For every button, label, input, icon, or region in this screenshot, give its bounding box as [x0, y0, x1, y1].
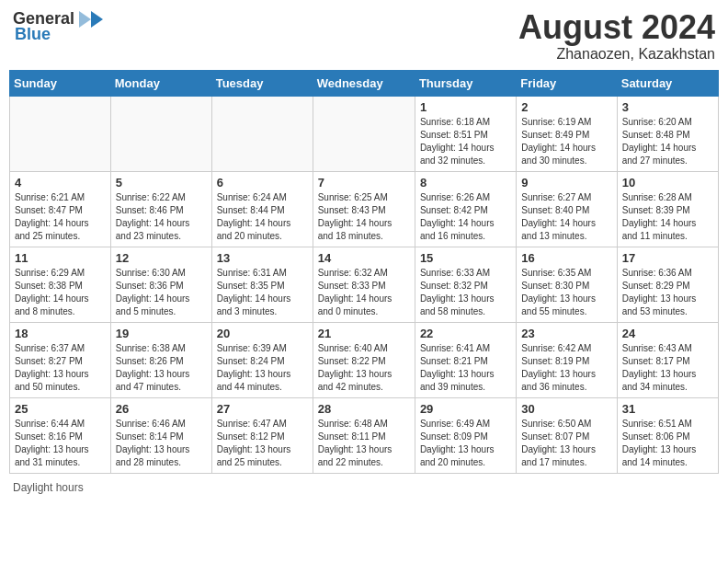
calendar-cell — [10, 96, 111, 171]
day-info: Sunrise: 6:22 AM Sunset: 8:46 PM Dayligh… — [116, 191, 207, 243]
day-number: 19 — [116, 327, 207, 340]
calendar-cell: 29Sunrise: 6:49 AM Sunset: 8:09 PM Dayli… — [415, 397, 516, 473]
calendar-cell: 1Sunrise: 6:18 AM Sunset: 8:51 PM Daylig… — [415, 96, 516, 171]
day-info: Sunrise: 6:30 AM Sunset: 8:36 PM Dayligh… — [116, 267, 207, 318]
calendar-week-row: 11Sunrise: 6:29 AM Sunset: 8:38 PM Dayli… — [10, 247, 719, 322]
svg-marker-1 — [79, 11, 91, 28]
logo-blue-text: Blue — [15, 25, 51, 44]
calendar-cell: 4Sunrise: 6:21 AM Sunset: 8:47 PM Daylig… — [10, 171, 111, 247]
location-subtitle: Zhanaozen, Kazakhstan — [518, 46, 715, 63]
calendar-cell: 22Sunrise: 6:41 AM Sunset: 8:21 PM Dayli… — [415, 322, 516, 397]
day-info: Sunrise: 6:48 AM Sunset: 8:11 PM Dayligh… — [318, 418, 410, 469]
day-info: Sunrise: 6:26 AM Sunset: 8:42 PM Dayligh… — [420, 191, 511, 243]
logo: General Blue — [13, 9, 104, 44]
calendar-cell: 15Sunrise: 6:33 AM Sunset: 8:32 PM Dayli… — [415, 247, 516, 322]
calendar-day-header: Wednesday — [313, 70, 415, 96]
calendar-week-row: 25Sunrise: 6:44 AM Sunset: 8:16 PM Dayli… — [10, 397, 719, 473]
calendar-cell: 25Sunrise: 6:44 AM Sunset: 8:16 PM Dayli… — [10, 397, 111, 473]
day-info: Sunrise: 6:28 AM Sunset: 8:39 PM Dayligh… — [622, 191, 713, 243]
day-number: 17 — [622, 251, 713, 265]
calendar-cell: 23Sunrise: 6:42 AM Sunset: 8:19 PM Dayli… — [517, 322, 617, 397]
day-info: Sunrise: 6:24 AM Sunset: 8:44 PM Dayligh… — [217, 191, 308, 243]
day-number: 1 — [420, 100, 511, 114]
day-info: Sunrise: 6:32 AM Sunset: 8:33 PM Dayligh… — [318, 267, 410, 318]
day-info: Sunrise: 6:50 AM Sunset: 8:07 PM Dayligh… — [521, 418, 611, 469]
day-info: Sunrise: 6:51 AM Sunset: 8:06 PM Dayligh… — [622, 418, 713, 469]
day-info: Sunrise: 6:33 AM Sunset: 8:32 PM Dayligh… — [420, 267, 511, 318]
day-number: 13 — [217, 251, 308, 265]
day-info: Sunrise: 6:21 AM Sunset: 8:47 PM Dayligh… — [15, 191, 106, 243]
day-info: Sunrise: 6:42 AM Sunset: 8:19 PM Dayligh… — [521, 342, 611, 394]
day-number: 8 — [420, 176, 511, 190]
calendar-week-row: 1Sunrise: 6:18 AM Sunset: 8:51 PM Daylig… — [10, 96, 719, 171]
day-info: Sunrise: 6:29 AM Sunset: 8:38 PM Dayligh… — [15, 267, 106, 318]
calendar-cell: 26Sunrise: 6:46 AM Sunset: 8:14 PM Dayli… — [110, 397, 211, 473]
day-number: 18 — [15, 327, 106, 340]
day-number: 21 — [318, 327, 410, 340]
day-number: 4 — [15, 176, 106, 190]
day-info: Sunrise: 6:47 AM Sunset: 8:12 PM Dayligh… — [217, 418, 308, 469]
day-number: 20 — [217, 327, 308, 340]
calendar-cell: 17Sunrise: 6:36 AM Sunset: 8:29 PM Dayli… — [617, 247, 718, 322]
day-number: 7 — [318, 176, 410, 190]
day-number: 30 — [521, 402, 611, 416]
calendar-cell: 6Sunrise: 6:24 AM Sunset: 8:44 PM Daylig… — [211, 171, 313, 247]
calendar-day-header: Friday — [517, 70, 617, 96]
day-info: Sunrise: 6:18 AM Sunset: 8:51 PM Dayligh… — [420, 116, 511, 167]
day-number: 5 — [116, 176, 207, 190]
calendar-cell: 3Sunrise: 6:20 AM Sunset: 8:48 PM Daylig… — [617, 96, 718, 171]
day-info: Sunrise: 6:46 AM Sunset: 8:14 PM Dayligh… — [116, 418, 207, 469]
calendar-cell: 20Sunrise: 6:39 AM Sunset: 8:24 PM Dayli… — [211, 322, 313, 397]
calendar-cell: 28Sunrise: 6:48 AM Sunset: 8:11 PM Dayli… — [313, 397, 415, 473]
daylight-hours-label: Daylight hours — [13, 481, 84, 494]
svg-marker-0 — [91, 11, 103, 28]
day-info: Sunrise: 6:40 AM Sunset: 8:22 PM Dayligh… — [318, 342, 410, 394]
calendar-day-header: Monday — [110, 70, 211, 96]
calendar-cell — [110, 96, 211, 171]
title-section: August 2024 Zhanaozen, Kazakhstan — [518, 9, 715, 63]
day-number: 11 — [15, 251, 106, 265]
day-number: 31 — [622, 402, 713, 416]
calendar-day-header: Tuesday — [211, 70, 313, 96]
day-info: Sunrise: 6:39 AM Sunset: 8:24 PM Dayligh… — [217, 342, 308, 394]
calendar-cell: 11Sunrise: 6:29 AM Sunset: 8:38 PM Dayli… — [10, 247, 111, 322]
day-number: 3 — [622, 100, 713, 114]
calendar-cell: 14Sunrise: 6:32 AM Sunset: 8:33 PM Dayli… — [313, 247, 415, 322]
calendar-cell: 8Sunrise: 6:26 AM Sunset: 8:42 PM Daylig… — [415, 171, 516, 247]
day-number: 29 — [420, 402, 511, 416]
calendar-cell: 30Sunrise: 6:50 AM Sunset: 8:07 PM Dayli… — [517, 397, 617, 473]
day-info: Sunrise: 6:44 AM Sunset: 8:16 PM Dayligh… — [15, 418, 106, 469]
calendar-cell: 9Sunrise: 6:27 AM Sunset: 8:40 PM Daylig… — [517, 171, 617, 247]
day-number: 27 — [217, 402, 308, 416]
day-number: 10 — [622, 176, 713, 190]
calendar-cell: 31Sunrise: 6:51 AM Sunset: 8:06 PM Dayli… — [617, 397, 718, 473]
day-number: 25 — [15, 402, 106, 416]
day-info: Sunrise: 6:19 AM Sunset: 8:49 PM Dayligh… — [521, 116, 611, 167]
calendar-cell: 5Sunrise: 6:22 AM Sunset: 8:46 PM Daylig… — [110, 171, 211, 247]
calendar-table: SundayMondayTuesdayWednesdayThursdayFrid… — [9, 70, 719, 474]
calendar-day-header: Sunday — [10, 70, 111, 96]
calendar-cell: 7Sunrise: 6:25 AM Sunset: 8:43 PM Daylig… — [313, 171, 415, 247]
calendar-day-header: Saturday — [617, 70, 718, 96]
calendar-cell: 13Sunrise: 6:31 AM Sunset: 8:35 PM Dayli… — [211, 247, 313, 322]
calendar-cell: 19Sunrise: 6:38 AM Sunset: 8:26 PM Dayli… — [110, 322, 211, 397]
day-number: 9 — [521, 176, 611, 190]
calendar-cell: 2Sunrise: 6:19 AM Sunset: 8:49 PM Daylig… — [517, 96, 617, 171]
day-number: 16 — [521, 251, 611, 265]
calendar-week-row: 18Sunrise: 6:37 AM Sunset: 8:27 PM Dayli… — [10, 322, 719, 397]
day-number: 2 — [521, 100, 611, 114]
day-info: Sunrise: 6:31 AM Sunset: 8:35 PM Dayligh… — [217, 267, 308, 318]
day-number: 14 — [318, 251, 410, 265]
day-info: Sunrise: 6:43 AM Sunset: 8:17 PM Dayligh… — [622, 342, 713, 394]
calendar-cell: 12Sunrise: 6:30 AM Sunset: 8:36 PM Dayli… — [110, 247, 211, 322]
day-number: 24 — [622, 327, 713, 340]
day-number: 15 — [420, 251, 511, 265]
day-info: Sunrise: 6:36 AM Sunset: 8:29 PM Dayligh… — [622, 267, 713, 318]
day-info: Sunrise: 6:38 AM Sunset: 8:26 PM Dayligh… — [116, 342, 207, 394]
calendar-cell — [211, 96, 313, 171]
calendar-cell: 16Sunrise: 6:35 AM Sunset: 8:30 PM Dayli… — [517, 247, 617, 322]
day-number: 23 — [521, 327, 611, 340]
day-number: 22 — [420, 327, 511, 340]
day-number: 28 — [318, 402, 410, 416]
calendar-cell — [313, 96, 415, 171]
